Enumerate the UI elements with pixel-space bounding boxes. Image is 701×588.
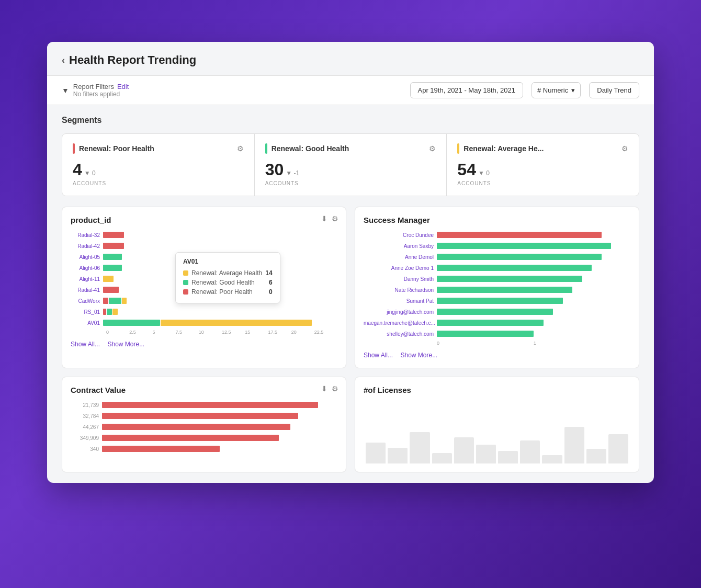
- sm-label-7: jingjing@talech.com: [364, 309, 437, 315]
- licenses-chart-card: #of Licenses: [355, 377, 639, 472]
- vbar-4: [454, 437, 474, 463]
- cv-chart-row-3: 349,909: [71, 434, 337, 442]
- chart-label-0: Radial-32: [71, 232, 103, 238]
- licenses-chart-title: #of Licenses: [364, 386, 630, 394]
- vbar-col-0: [366, 443, 386, 463]
- axis-tick: 0: [106, 330, 129, 335]
- segment-count-avg: 54 ▼ 0: [457, 160, 628, 179]
- download-icon[interactable]: ⬇: [321, 214, 327, 223]
- vbar-10: [586, 449, 606, 463]
- sm-label-3: Anne Zoe Demo 1: [364, 265, 437, 271]
- segment-delta-good: ▼ -1: [286, 169, 299, 177]
- toolbar: ▼ Report Filters Edit No filters applied…: [47, 76, 654, 105]
- segment-delta-poor: ▼ 0: [84, 169, 96, 177]
- segment-label-poor: ACCOUNTS: [73, 180, 244, 186]
- back-button[interactable]: ‹: [62, 55, 65, 66]
- segment-label-avg: ACCOUNTS: [457, 180, 628, 186]
- vbar-11: [608, 434, 628, 463]
- tooltip-item-val-1: 6: [269, 279, 273, 286]
- bar-poor-5: [103, 287, 119, 293]
- date-range-button[interactable]: Apr 19th, 2021 - May 18th, 2021: [410, 82, 523, 98]
- charts-grid: product_id ⬇ ⚙ Radial-32 Radial-42 Aligh…: [62, 207, 639, 472]
- tooltip-item-name-0: Renewal: Average Health: [191, 269, 262, 277]
- segment-header-poor: Renewal: Poor Health ⚙: [73, 143, 244, 154]
- settings-icon[interactable]: ⚙: [332, 214, 338, 223]
- bar-avg-4: [103, 276, 114, 282]
- chart-row-7: RS_01: [71, 308, 337, 316]
- filter-edit-button[interactable]: Edit: [117, 83, 129, 91]
- sm-bar-good-8: [437, 320, 544, 326]
- chevron-down-icon: ▾: [571, 86, 575, 94]
- sm-chart-row-1: Aaron Saxby: [364, 242, 630, 250]
- filter-label-group: Report Filters Edit No filters applied: [73, 83, 129, 98]
- chart-label-3: Alight-06: [71, 265, 103, 271]
- page-header: ‹ Health Report Trending: [47, 42, 654, 76]
- vbar-2: [410, 432, 429, 463]
- segment-count-poor: 4 ▼ 0: [73, 160, 244, 179]
- product-id-show-more[interactable]: Show More...: [107, 341, 144, 348]
- sm-axis-tick: 0: [437, 341, 534, 346]
- content-area: Segments Renewal: Poor Health ⚙ 4 ▼ 0 AC…: [47, 105, 654, 483]
- bar-avg-8: [161, 320, 312, 326]
- sm-chart-row-8: maegan.tremarche@talech.c...: [364, 319, 630, 327]
- vbar-1: [388, 448, 408, 463]
- sm-bar-good-5: [437, 287, 572, 293]
- cv-chart-row-2: 44,267: [71, 423, 337, 431]
- success-manager-show-more[interactable]: Show More...: [400, 352, 437, 359]
- settings-icon-cv[interactable]: ⚙: [332, 385, 338, 393]
- vbar-col-9: [564, 427, 584, 463]
- vbar-6: [498, 451, 518, 463]
- download-icon-cv[interactable]: ⬇: [321, 385, 327, 393]
- tooltip-item-val-0: 14: [265, 269, 272, 277]
- axis-tick: 5: [152, 330, 175, 335]
- success-manager-chart-card: Success Manager Croc Dundee Aaron Saxby …: [355, 207, 639, 368]
- vbar-col-4: [454, 437, 474, 463]
- sm-chart-row-9: shelley@talech.com: [364, 330, 630, 338]
- vbar-col-8: [542, 455, 562, 463]
- numeric-select[interactable]: # Numeric ▾: [532, 82, 581, 98]
- vbar-col-2: [410, 432, 429, 463]
- contract-value-chart-actions: ⬇ ⚙: [321, 385, 338, 393]
- tooltip-dot-0: [183, 270, 188, 276]
- vbar-8: [542, 455, 562, 463]
- tooltip-row-0: Renewal: Average Health 14: [183, 269, 273, 277]
- bar-good-8: [103, 320, 160, 326]
- segment-gear-poor[interactable]: ⚙: [237, 144, 244, 153]
- cv-chart-row-1: 32,784: [71, 412, 337, 420]
- filter-status: No filters applied: [73, 91, 129, 98]
- product-id-show-all[interactable]: Show All...: [71, 341, 100, 348]
- axis-tick: 15: [245, 330, 268, 335]
- success-manager-show-all[interactable]: Show All...: [364, 352, 393, 359]
- chart-row-0: Radial-32: [71, 231, 337, 239]
- segment-color-avg: [457, 143, 459, 154]
- filter-label: Report Filters: [73, 83, 114, 91]
- cv-label-0: 21,739: [71, 402, 102, 408]
- sm-bar-good-1: [437, 243, 611, 249]
- cv-bar-poor-1: [102, 413, 298, 419]
- sm-label-6: Sumant Pat: [364, 298, 437, 304]
- bar-poor-6: [103, 298, 108, 304]
- segment-count-good: 30 ▼ -1: [265, 160, 436, 179]
- sm-axis-tick: 1: [534, 341, 630, 346]
- success-manager-chart: Croc Dundee Aaron Saxby Anne Demol Anne …: [364, 231, 630, 346]
- sm-label-5: Nate Richardson: [364, 287, 437, 293]
- segment-gear-avg[interactable]: ⚙: [621, 144, 628, 153]
- vbar-col-10: [586, 449, 606, 463]
- licenses-chart: [364, 401, 630, 463]
- sm-bar-good-6: [437, 298, 563, 304]
- cv-bar-poor-3: [102, 435, 279, 441]
- segment-gear-good[interactable]: ⚙: [429, 144, 436, 153]
- bar-poor-1: [103, 243, 124, 249]
- sm-label-8: maegan.tremarche@talech.c...: [364, 320, 437, 326]
- tooltip-dot-2: [183, 289, 188, 295]
- axis-tick: 2.5: [129, 330, 152, 335]
- tooltip-row-2: Renewal: Poor Health 0: [183, 288, 273, 296]
- bar-good-2: [103, 254, 122, 260]
- segment-card-poor: Renewal: Poor Health ⚙ 4 ▼ 0 ACCOUNTS: [62, 134, 255, 196]
- tooltip-item-name-1: Renewal: Good Health: [191, 279, 266, 286]
- main-card: ‹ Health Report Trending ▼ Report Filter…: [47, 42, 654, 483]
- vbar-0: [366, 443, 386, 463]
- cv-chart-row-4: 340: [71, 445, 337, 453]
- vbar-9: [564, 427, 584, 463]
- daily-trend-button[interactable]: Daily Trend: [589, 82, 639, 98]
